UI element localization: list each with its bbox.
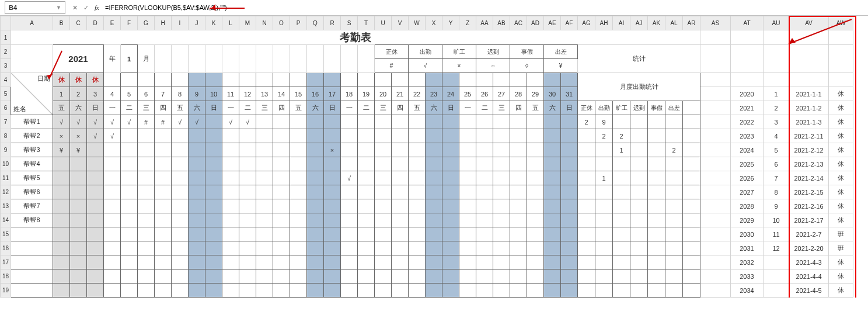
lookup-cell[interactable]: 2 [764, 101, 789, 115]
column-header[interactable]: M [239, 16, 256, 30]
attendance-cell[interactable] [561, 213, 578, 227]
weekday[interactable]: 五 [527, 101, 544, 115]
attendance-cell[interactable] [459, 199, 476, 213]
attendance-cell[interactable] [493, 199, 510, 213]
lookup-cell[interactable]: 休 [829, 213, 853, 227]
attendance-cell[interactable] [307, 255, 324, 269]
lookup-cell[interactable] [764, 284, 789, 298]
weekday[interactable]: 二 [358, 101, 375, 115]
day-number[interactable]: 12 [239, 87, 256, 101]
column-header[interactable]: F [121, 16, 138, 30]
attendance-cell[interactable] [561, 185, 578, 199]
column-header[interactable]: E [104, 16, 121, 30]
attendance-cell[interactable] [273, 269, 290, 284]
attendance-cell[interactable] [375, 213, 392, 227]
attendance-cell[interactable] [189, 213, 205, 227]
attendance-cell[interactable] [442, 213, 459, 227]
attendance-cell[interactable] [189, 157, 205, 171]
lookup-cell[interactable]: 休 [829, 101, 853, 115]
stat-cell[interactable] [630, 185, 648, 199]
attendance-cell[interactable] [510, 115, 527, 129]
attendance-cell[interactable] [222, 213, 239, 227]
attendance-cell[interactable] [341, 269, 358, 284]
attendance-cell[interactable] [392, 171, 409, 185]
lookup-cell[interactable]: 休 [829, 171, 853, 185]
attendance-cell[interactable] [426, 171, 442, 185]
attendance-cell[interactable] [544, 241, 561, 255]
stat-cell[interactable] [578, 143, 595, 157]
attendance-cell[interactable] [172, 227, 189, 241]
attendance-cell[interactable] [527, 255, 544, 269]
lookup-cell[interactable]: 11 [764, 227, 789, 241]
attendance-cell[interactable] [273, 241, 290, 255]
attendance-cell[interactable] [239, 241, 256, 255]
attendance-cell[interactable] [426, 241, 442, 255]
attendance-cell[interactable] [53, 185, 70, 199]
attendance-cell[interactable] [155, 157, 172, 171]
attendance-cell[interactable] [70, 157, 87, 171]
column-header[interactable]: AC [510, 16, 527, 30]
attendance-cell[interactable] [189, 227, 205, 241]
weekday[interactable]: 日 [324, 101, 341, 115]
holiday-marker[interactable] [239, 73, 256, 87]
column-header[interactable]: V [392, 16, 409, 30]
attendance-cell[interactable] [104, 199, 121, 213]
column-header[interactable]: AD [527, 16, 544, 30]
day-number[interactable]: 1 [53, 87, 70, 101]
attendance-cell[interactable] [358, 199, 375, 213]
lookup-cell[interactable]: 2026 [731, 171, 764, 185]
lookup-cell[interactable]: 2021-1-3 [789, 115, 829, 129]
lookup-cell[interactable]: 8 [764, 185, 789, 199]
attendance-cell[interactable] [307, 241, 324, 255]
attendance-cell[interactable] [307, 115, 324, 129]
column-header[interactable]: W [409, 16, 426, 30]
attendance-cell[interactable] [222, 143, 239, 157]
attendance-cell[interactable] [375, 129, 392, 143]
attendance-cell[interactable] [104, 157, 121, 171]
attendance-cell[interactable] [155, 213, 172, 227]
attendance-cell[interactable] [222, 269, 239, 284]
attendance-cell[interactable] [476, 115, 493, 129]
attendance-cell[interactable] [138, 129, 155, 143]
column-header[interactable]: AL [665, 16, 683, 30]
stat-cell[interactable] [665, 171, 683, 185]
day-number[interactable]: 14 [273, 87, 290, 101]
attendance-cell[interactable] [510, 255, 527, 269]
column-header[interactable]: N [256, 16, 273, 30]
attendance-cell[interactable] [172, 213, 189, 227]
day-number[interactable]: 15 [290, 87, 307, 101]
lookup-cell[interactable]: 2021-4-3 [789, 255, 829, 269]
column-header[interactable]: H [155, 16, 172, 30]
attendance-cell[interactable] [189, 143, 205, 157]
attendance-cell[interactable] [138, 185, 155, 199]
attendance-cell[interactable] [53, 213, 70, 227]
attendance-cell[interactable] [104, 171, 121, 185]
attendance-cell[interactable] [273, 199, 290, 213]
attendance-cell[interactable] [392, 269, 409, 284]
weekday[interactable]: 一 [104, 101, 121, 115]
name-box[interactable]: B4 ▼ [5, 1, 65, 14]
day-number[interactable]: 10 [205, 87, 222, 101]
day-number[interactable]: 18 [341, 87, 358, 101]
holiday-marker[interactable] [358, 73, 375, 87]
weekday[interactable]: 五 [53, 101, 70, 115]
attendance-cell[interactable] [189, 255, 205, 269]
attendance-cell[interactable] [256, 185, 273, 199]
attendance-cell[interactable] [172, 269, 189, 284]
attendance-cell[interactable] [205, 157, 222, 171]
stat-cell[interactable] [648, 199, 665, 213]
column-header[interactable]: U [375, 16, 392, 30]
attendance-cell[interactable] [476, 241, 493, 255]
attendance-cell[interactable] [256, 213, 273, 227]
attendance-cell[interactable] [273, 185, 290, 199]
day-number[interactable]: 13 [256, 87, 273, 101]
attendance-cell[interactable] [476, 199, 493, 213]
row-header[interactable]: 4 [1, 73, 11, 87]
attendance-cell[interactable] [307, 185, 324, 199]
attendance-cell[interactable] [510, 129, 527, 143]
lookup-cell[interactable]: 2021-2-12 [789, 143, 829, 157]
lookup-cell[interactable]: 2028 [731, 199, 764, 213]
weekday[interactable]: 日 [442, 101, 459, 115]
attendance-cell[interactable] [392, 213, 409, 227]
employee-name[interactable]: 帮帮3 [11, 143, 53, 157]
